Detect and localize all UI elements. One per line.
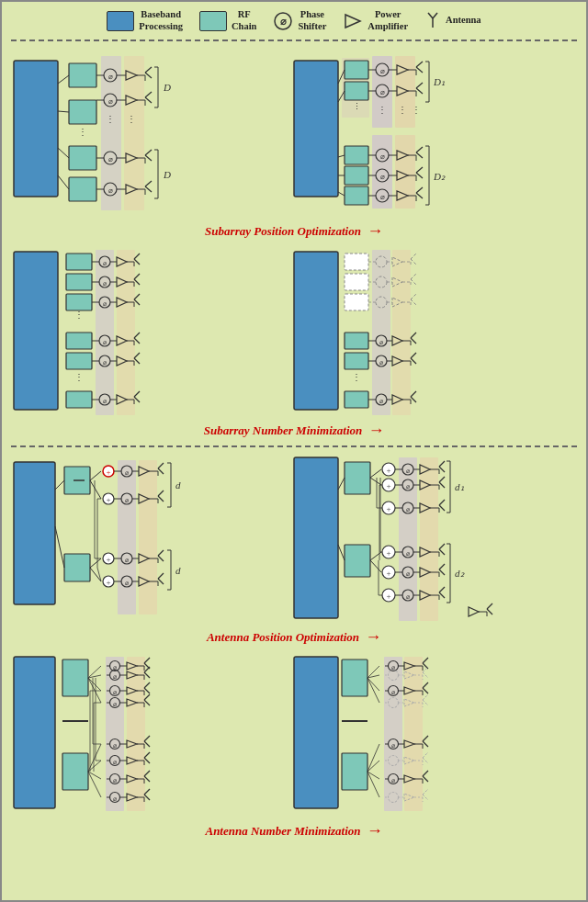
- svg-line-417: [439, 592, 445, 598]
- label-subarray-number: Subarray Number Minimization →: [2, 419, 586, 444]
- svg-line-234: [411, 299, 416, 305]
- svg-rect-526: [294, 657, 338, 808]
- svg-rect-7: [69, 63, 96, 87]
- svg-line-268: [90, 471, 101, 480]
- subarray-position-text: Subarray Position Optimization: [205, 224, 361, 239]
- svg-line-24: [145, 67, 152, 73]
- svg-text:⋮: ⋮: [74, 372, 84, 382]
- svg-line-412: [439, 564, 445, 569]
- subarray-position-label: Subarray Position Optimization →: [205, 221, 383, 241]
- svg-text:D₁: D₁: [433, 76, 445, 87]
- svg-rect-207: [345, 353, 368, 369]
- svg-rect-336: [345, 545, 370, 577]
- svg-line-401: [439, 482, 445, 488]
- svg-line-546: [423, 658, 428, 663]
- svg-rect-8: [69, 100, 96, 124]
- svg-text:⌀: ⌀: [380, 88, 385, 96]
- svg-line-323: [158, 573, 164, 579]
- svg-text:⌀: ⌀: [406, 506, 410, 513]
- svg-rect-139: [66, 274, 92, 290]
- label-antenna-number: Antenna Number Minimization →: [2, 819, 586, 844]
- section-antenna-position: + + + +: [2, 449, 586, 626]
- arrow-right-icon-2: →: [368, 421, 384, 440]
- svg-line-408: [439, 544, 445, 549]
- svg-text:⌀: ⌀: [406, 468, 410, 475]
- svg-line-78: [338, 155, 345, 157]
- svg-text:⌀: ⌀: [406, 483, 410, 490]
- svg-text:⌀: ⌀: [113, 742, 117, 750]
- svg-text:⌀: ⌀: [108, 97, 113, 106]
- svg-rect-71: [345, 186, 368, 205]
- svg-rect-69: [345, 146, 368, 164]
- svg-line-413: [439, 569, 445, 575]
- svg-line-319: [158, 550, 164, 556]
- svg-text:d₂: d₂: [455, 568, 465, 579]
- svg-line-397: [439, 467, 445, 472]
- svg-rect-208: [345, 391, 368, 408]
- svg-text:⌀: ⌀: [125, 497, 129, 504]
- svg-line-113: [416, 152, 423, 158]
- subarray-number-label: Subarray Number Minimization →: [204, 421, 385, 440]
- svg-rect-335: [345, 462, 370, 494]
- svg-line-435: [88, 666, 101, 678]
- svg-text:⌀: ⌀: [103, 339, 107, 346]
- svg-text:⋮: ⋮: [352, 372, 361, 382]
- legend-teal-box: [199, 11, 227, 31]
- svg-text:⌀: ⌀: [103, 280, 107, 288]
- svg-text:+: +: [106, 578, 110, 587]
- svg-rect-202: [294, 252, 338, 410]
- svg-text:⋮: ⋮: [106, 114, 115, 124]
- svg-text:⌀: ⌀: [125, 580, 129, 587]
- section-antenna-number: ⌀ ⌀ ⌀: [2, 650, 586, 819]
- svg-line-12: [58, 75, 69, 84]
- svg-line-88: [416, 67, 423, 73]
- svg-rect-70: [345, 166, 368, 185]
- svg-text:⌀: ⌀: [125, 469, 129, 477]
- svg-text:⌀: ⌀: [379, 359, 383, 366]
- svg-line-416: [439, 587, 445, 592]
- svg-rect-288: [118, 460, 136, 614]
- legend-rfchain: RF Chain: [199, 9, 256, 32]
- svg-line-87: [416, 62, 423, 67]
- svg-text:⌀: ⌀: [108, 155, 113, 163]
- svg-rect-433: [62, 660, 88, 696]
- legend-phaseshifter: ⌀ Phase Shifter: [273, 9, 326, 32]
- svg-rect-453: [127, 657, 145, 811]
- svg-line-571: [423, 694, 428, 700]
- label-subarray-position: Subarray Position Optimization →: [2, 220, 586, 244]
- svg-line-243: [411, 338, 416, 344]
- svg-rect-265: [64, 554, 90, 581]
- svg-rect-334: [294, 457, 338, 618]
- svg-line-130: [416, 187, 423, 193]
- svg-line-429: [487, 603, 492, 609]
- svg-text:⌀: ⌀: [113, 673, 117, 681]
- svg-text:+: +: [386, 569, 390, 578]
- svg-rect-140: [66, 294, 92, 310]
- svg-line-251: [411, 353, 416, 358]
- svg-line-252: [411, 358, 416, 364]
- svg-rect-64: [294, 61, 338, 197]
- svg-text:⌀: ⌀: [113, 689, 117, 696]
- svg-line-338: [338, 545, 345, 560]
- svg-rect-527: [342, 660, 368, 696]
- svg-rect-539: [404, 657, 423, 811]
- legend-ps-label: Phase Shifter: [298, 9, 326, 32]
- svg-rect-138: [66, 254, 92, 270]
- svg-line-217: [411, 254, 416, 259]
- svg-line-260: [411, 391, 416, 397]
- svg-text:⋮: ⋮: [353, 102, 361, 111]
- svg-text:⌀: ⌀: [406, 570, 410, 578]
- svg-line-80: [338, 192, 345, 196]
- svg-line-400: [439, 477, 445, 482]
- svg-line-15: [58, 175, 69, 189]
- svg-text:⌀: ⌀: [103, 398, 107, 405]
- svg-line-267: [55, 526, 64, 568]
- svg-line-430: [487, 609, 492, 614]
- svg-text:⌀: ⌀: [113, 701, 117, 708]
- svg-marker-427: [469, 607, 479, 616]
- svg-line-563: [423, 682, 428, 688]
- antenna-icon: [424, 11, 441, 31]
- antenna-position-label: Antenna Position Optimization →: [207, 627, 381, 647]
- svg-line-396: [439, 461, 445, 467]
- svg-rect-66: [345, 61, 368, 79]
